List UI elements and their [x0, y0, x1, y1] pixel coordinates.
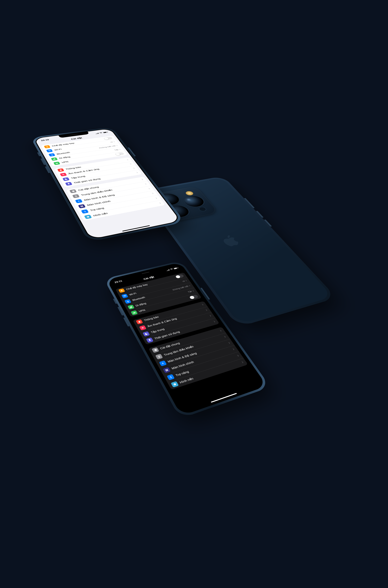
cell-icon	[127, 305, 135, 310]
chevron-right-icon	[159, 202, 162, 204]
row-label: Màn hình chính	[86, 192, 153, 206]
general-icon	[69, 189, 77, 193]
chevron-right-icon	[119, 149, 121, 150]
row-label: Trung tâm điều khiển	[80, 183, 146, 196]
mockup-scene: 23:10 Cài đặt Chế độ máy bayWi-FintBluet…	[0, 0, 388, 588]
chevron-right-icon	[148, 188, 150, 189]
cell-icon	[51, 157, 58, 161]
wifi-status-icon	[170, 268, 173, 270]
settings-group: Cài đặt chungTrung tâm điều khiểnMàn hìn…	[66, 177, 165, 221]
row-label: Trung tâm điều khiển	[163, 336, 225, 357]
chevron-right-icon	[224, 336, 226, 338]
chevron-right-icon	[155, 197, 158, 199]
settings-row-home[interactable]: Màn hình chính	[159, 345, 239, 375]
row-label: Màn hình & Độ sáng	[83, 188, 149, 201]
general-icon	[151, 347, 159, 353]
row-label: Hình nền	[93, 202, 160, 217]
row-label: Màn hình chính	[171, 348, 234, 370]
chevron-right-icon	[145, 183, 147, 185]
wall-icon	[84, 214, 92, 219]
settings-row-display[interactable]: Màn hình & Độ sáng	[156, 339, 235, 368]
chevron-right-icon	[185, 280, 187, 282]
settings-row-access[interactable]: Trợ năng	[163, 351, 243, 382]
vpn-icon	[131, 310, 138, 315]
toggle-switch[interactable]	[103, 137, 113, 140]
access-icon	[81, 209, 89, 214]
cc-icon	[72, 194, 80, 198]
chevron-right-icon	[241, 361, 244, 364]
cellular-signal-icon	[166, 269, 170, 271]
chevron-right-icon	[113, 141, 115, 142]
settings-row-display[interactable]: Màn hình & Độ sáng	[72, 186, 154, 205]
row-label: Trợ năng	[90, 197, 156, 212]
wifi-status-icon	[99, 132, 103, 134]
airplane-icon	[44, 145, 51, 148]
notif-icon	[136, 319, 143, 324]
screentime-icon	[65, 182, 73, 186]
row-label: Cài đặt chung	[77, 179, 142, 191]
chevron-right-icon	[232, 348, 235, 350]
chevron-right-icon	[228, 342, 231, 344]
vpn-icon	[53, 161, 60, 165]
row-label: Cài đặt chung	[159, 330, 221, 350]
lidar-sensor-icon	[198, 207, 207, 212]
screen-bezel: 23:10 Cài đặt Chế độ máy bayWi-FintBluet…	[33, 128, 182, 240]
home-icon	[163, 367, 171, 373]
home-icon	[78, 204, 86, 209]
chevron-right-icon	[237, 354, 240, 357]
chevron-right-icon	[189, 285, 191, 287]
phone-light-mockup: 23:10 Cài đặt Chế độ máy bayWi-FintBluet…	[30, 127, 185, 242]
home-indicator[interactable]	[122, 225, 150, 231]
wifi-icon	[121, 294, 128, 298]
airplane-icon	[118, 288, 125, 293]
row-label: Trợ năng	[175, 354, 239, 377]
camera-lens-icon	[181, 194, 207, 208]
row-label: Màn hình & Độ sáng	[167, 342, 230, 363]
cc-icon	[155, 354, 163, 359]
bt-icon	[124, 299, 131, 304]
chevron-right-icon	[116, 145, 118, 146]
wall-icon	[171, 381, 179, 387]
settings-row-home[interactable]: Màn hình chính	[75, 190, 158, 210]
toggle-switch[interactable]	[115, 152, 124, 156]
camera-flash-icon	[185, 191, 194, 196]
focus-icon	[62, 177, 70, 181]
display-icon	[159, 360, 167, 366]
access-icon	[167, 374, 175, 380]
bt-icon	[48, 153, 55, 157]
chevron-right-icon	[192, 290, 194, 292]
cellular-signal-icon	[95, 133, 99, 134]
wifi-icon	[46, 149, 53, 153]
settings-row-wall[interactable]: Hình nền	[81, 200, 165, 221]
row-label: Hình nền	[179, 361, 243, 384]
settings-row-cc[interactable]: Trung tâm điều khiển	[69, 181, 151, 200]
chevron-right-icon	[151, 192, 154, 194]
settings-row-cc[interactable]: Trung tâm điều khiển	[152, 333, 230, 361]
settings-row-general[interactable]: Cài đặt chung	[148, 327, 226, 355]
